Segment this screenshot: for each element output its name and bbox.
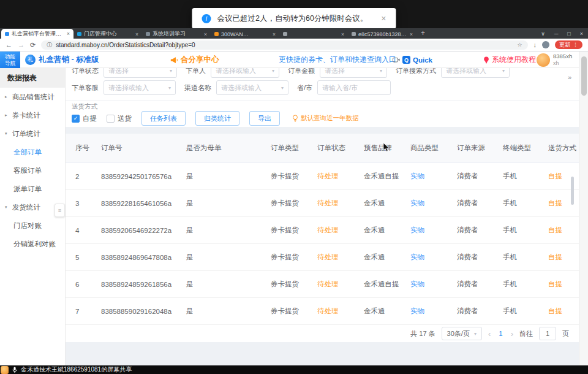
share-center-link[interactable]: 合分享中心 [170,52,219,68]
window-maximize-icon[interactable]: □ [567,31,570,37]
promo-link[interactable]: 更快捷的券卡、订单和快递查询入口 [279,52,396,68]
address-bar[interactable]: ⓘ standard.maboy.cn/OrderStatisticsDetai… [41,40,527,50]
order-status-select[interactable]: 请选择 ▾ [104,68,177,78]
cell-status: 待处理 [314,307,361,316]
cell-goods-type[interactable]: 实物 [407,199,454,208]
tab-close-icon[interactable]: × [341,31,344,37]
brand-name: 礼盒营销 - 标准版 [39,55,99,65]
current-page[interactable]: 1 [497,330,504,337]
export-button[interactable]: 导出 [249,111,280,126]
sidebar-item-rebate-reconcile[interactable]: 分销返利对账 [0,235,65,253]
delivery-checkbox[interactable]: 送货 [107,114,132,123]
tab-title: e8c573980b1328a258fd2e6 [358,31,407,37]
group-stats-button[interactable]: 归类统计 [195,111,239,126]
tutorial-pin-icon [483,56,489,64]
tab-title: 门店管理中心 [84,30,133,38]
cell-goods-type[interactable]: 实物 [407,172,454,181]
sidebar-item-label: 订单统计 [12,129,40,139]
browser-tab[interactable]: 门店管理中心 × [74,29,142,39]
cell-source: 消费者 [454,307,500,316]
orderer-select[interactable]: 请选择或输入 ▾ [211,68,279,78]
tab-search-icon[interactable]: ∨ [541,31,545,37]
browser-profile-avatar[interactable] [542,41,549,48]
forward-icon[interactable]: → [18,41,24,48]
back-icon[interactable]: ← [6,41,12,48]
col-header: 终端类型 [500,143,545,153]
browser-tab[interactable]: 系统培训学习 × [142,29,211,39]
select-placeholder: 请选择 [108,68,129,75]
user-menu[interactable]: 8385xh xh [537,53,572,67]
pagination: 共 17 条 30条/页 ▾ ‹ 1 › 前往 页 [66,325,579,342]
new-tab-button[interactable]: + [421,29,425,37]
toast-close-icon[interactable]: × [381,13,386,23]
tab-title: 系统培训学习 [153,30,202,38]
cell-is-parent: 是 [183,307,268,316]
goto-page-input[interactable] [539,327,556,340]
sidebar-item-order-stats[interactable]: ▾ 订单统计 [0,124,65,143]
goto-label: 前往 [519,329,533,338]
sidebar-collapse-handle[interactable]: ≡ [55,204,65,217]
col-header: 订单类型 [268,143,314,153]
pickup-checkbox[interactable]: ✓ 自提 [72,114,97,123]
browser-tab[interactable]: 300WAN… × [211,29,279,39]
sidebar-item-goods-sales[interactable]: ▸ 商品销售统计 [0,88,65,106]
window-minimize-icon[interactable]: ─ [554,31,558,37]
order-amount-select[interactable]: 请选择 ▾ [320,68,387,78]
reload-icon[interactable]: ⟳ [30,41,36,49]
browser-menu-icon[interactable]: ⋮ [573,42,578,48]
tab-close-icon[interactable]: × [204,31,207,37]
download-icon[interactable]: ↓ [533,41,537,48]
channel-name-select[interactable]: 请选择或输入 ▾ [216,80,288,95]
cell-brand: 金禾通 [361,307,407,316]
cell-order-type: 券卡提货 [268,253,314,262]
browser-tab-active[interactable]: 礼盒营销平台管理中心 × [1,29,74,39]
page-scrollbar-thumb[interactable] [581,56,587,96]
bookmark-star-icon[interactable]: ☆ [517,42,522,48]
chevron-down-icon: ▾ [168,85,171,91]
browser-tab[interactable]: e8c573980b1328a258fd2e6 × [348,29,417,39]
window-close-icon[interactable]: × [580,31,583,37]
sidebar-item-service-orders[interactable]: 客服订单 [0,161,65,180]
task-list-button[interactable]: 任务列表 [141,111,186,126]
browser-update-button[interactable]: 更新 ⋮ [555,40,582,49]
browser-tab[interactable]: × [279,29,348,39]
sidebar-item-label: 分销返利对账 [13,240,56,249]
page-size-select[interactable]: 30条/页 ▾ [442,327,482,340]
function-nav-toggle[interactable]: 功能 导航 [0,52,20,68]
tutorial-link[interactable]: 系统使用教程 [483,52,536,68]
page-scrollbar[interactable] [579,52,588,365]
order-agent-select[interactable]: 请选择或输入 ▾ [104,80,176,95]
cell-terminal: 手机 [500,253,545,262]
sidebar-item-dispatch-orders[interactable]: 派单订单 [0,180,65,198]
sidebar-item-all-orders[interactable]: 全部订单 [0,143,65,161]
table-row: 6 83858924859261856a 是 券卡提货 待处理 金禾通自提 实物… [66,271,579,298]
orders-table: 序号 订单号 是否为母单 订单类型 订单状态 预售品牌 商品类型 订单来源 终端… [66,134,579,342]
order-search-mode-select[interactable]: 请选择或输入 ▾ [441,68,510,78]
collapse-arrow-icon: ▸ [5,113,10,118]
quick-entry[interactable]: Q Quick [393,52,432,68]
filter-collapse-icon[interactable]: » [568,74,571,81]
cell-goods-type[interactable]: 实物 [407,253,454,262]
site-info-icon[interactable]: ⓘ [47,41,52,49]
cell-goods-type[interactable]: 实物 [407,226,454,235]
tab-close-icon[interactable]: × [135,31,138,37]
sidebar-item-store-reconcile[interactable]: 门店对账 [0,216,65,235]
prev-page-button[interactable]: ‹ [488,329,491,338]
table-row: 5 83858924869647808a 是 券卡提货 待处理 金禾通 实物 消… [66,244,579,271]
tab-close-icon[interactable]: × [273,31,276,37]
col-header: 送货方式 [545,143,579,153]
province-city-input[interactable]: 请输入省/市 [317,80,391,95]
sidebar-item-card-stats[interactable]: ▸ 券卡统计 [0,106,65,124]
checkbox-label: 自提 [83,114,97,123]
tab-favicon [77,32,81,36]
select-placeholder: 请选择或输入 [221,83,262,93]
user-sub: xh [553,60,559,66]
cell-goods-type[interactable]: 实物 [407,307,454,316]
next-page-button[interactable]: › [511,329,513,338]
cell-goods-type[interactable]: 实物 [407,280,454,289]
bulb-icon [292,115,298,122]
table-scrollbar-thumb[interactable] [571,177,574,205]
tab-close-icon[interactable]: × [410,31,413,37]
meeting-topbar: i 会议已超过2人，自动转为60分钟限时会议。 × [0,0,588,28]
tab-close-icon[interactable]: × [67,31,70,37]
